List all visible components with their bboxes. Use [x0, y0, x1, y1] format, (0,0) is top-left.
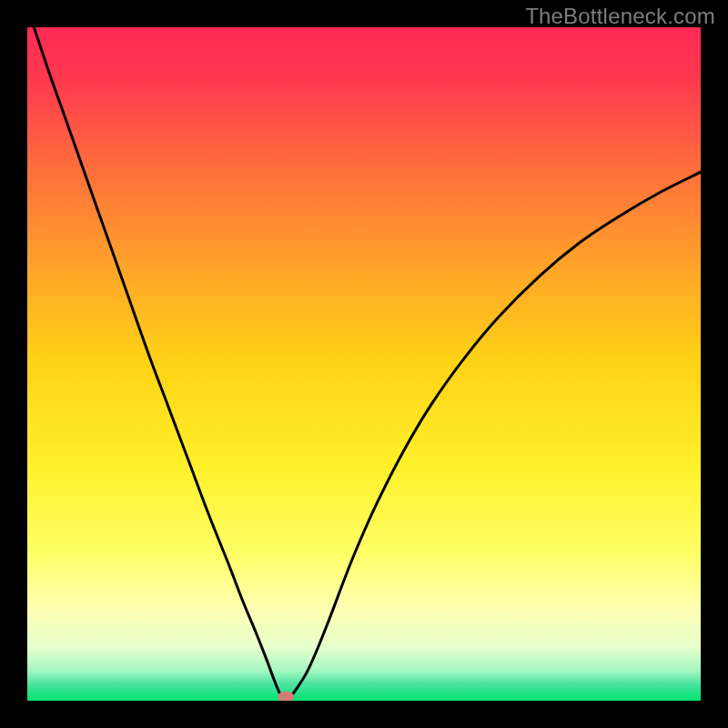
gradient-background: [27, 27, 701, 701]
plot-area: [27, 27, 701, 701]
bottleneck-chart: [27, 27, 701, 701]
watermark-label: TheBottleneck.com: [525, 4, 715, 29]
chart-frame: TheBottleneck.com: [0, 0, 728, 728]
